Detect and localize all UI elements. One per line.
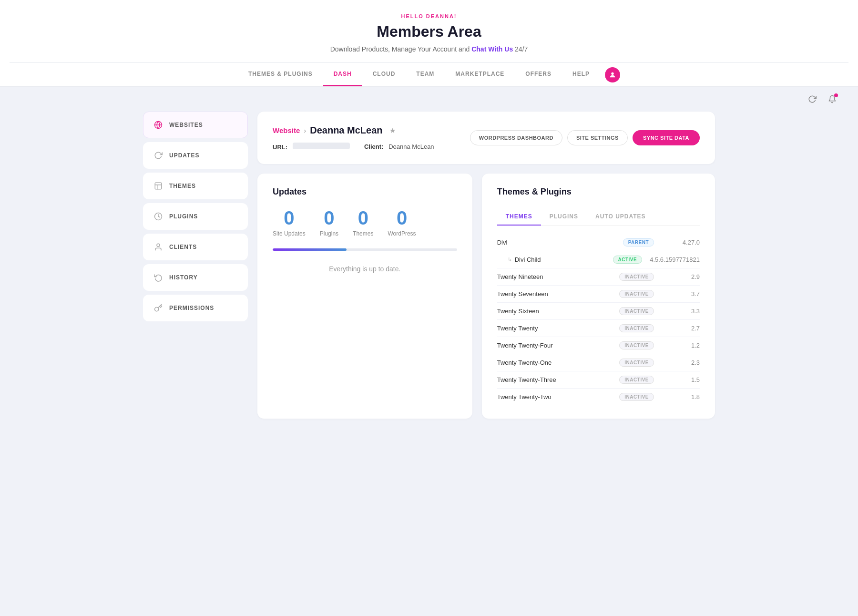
sidebar-item-history[interactable]: HISTORY — [143, 264, 248, 291]
theme-row-twenty-sixteen: Twenty Sixteen INACTIVE 3.3 — [497, 303, 700, 320]
badge-inactive-twenty-two: INACTIVE — [619, 393, 654, 401]
theme-name-twenty-nineteen: Twenty Nineteen — [497, 273, 620, 280]
site-name: Deanna McLean — [310, 125, 382, 136]
theme-name-divi: Divi — [497, 239, 623, 246]
theme-row-twenty-twenty-two: Twenty Twenty-Two INACTIVE 1.8 — [497, 389, 700, 405]
theme-version-twenty-twenty: 2.7 — [662, 325, 700, 332]
theme-name-twenty-twenty: Twenty Twenty — [497, 325, 620, 332]
refresh-icon — [153, 150, 163, 161]
url-value — [293, 143, 350, 149]
themes-plugins-title: Themes & Plugins — [497, 187, 700, 197]
updates-card: Updates 0 Site Updates 0 Plugins 0 Theme… — [257, 174, 472, 419]
avatar[interactable] — [605, 67, 620, 82]
badge-inactive-twenty-one: INACTIVE — [619, 359, 654, 367]
sidebar-label-updates: UPDATES — [169, 152, 199, 159]
nav-item-themes-plugins[interactable]: THEMES & PLUGINS — [238, 63, 323, 86]
notification-dot — [834, 93, 838, 97]
tab-themes[interactable]: THEMES — [497, 208, 541, 226]
nav-item-dash[interactable]: DASH — [323, 63, 362, 86]
main-layout: WEBSITES UPDATES THEMES — [124, 112, 734, 438]
tab-plugins[interactable]: PLUGINS — [541, 208, 587, 226]
updates-counters: 0 Site Updates 0 Plugins 0 Themes 0 Word… — [273, 208, 457, 237]
theme-version-twenty-seventeen: 3.7 — [662, 290, 700, 298]
up-to-date-status: Everything is up to date. — [273, 260, 457, 277]
badge-inactive-twenty: INACTIVE — [619, 324, 654, 332]
subtitle: Download Products, Manage Your Account a… — [10, 45, 848, 53]
breadcrumb-arrow: › — [304, 126, 306, 134]
badge-inactive-sixteen: INACTIVE — [619, 307, 654, 315]
hello-text: HELLO DEANNA! — [10, 13, 848, 19]
page-title: Members Area — [10, 23, 848, 41]
theme-version-twenty-twenty-three: 1.5 — [662, 376, 700, 383]
sidebar: WEBSITES UPDATES THEMES — [143, 112, 248, 419]
sync-site-data-button[interactable]: SYNC SITE DATA — [633, 130, 700, 145]
client-value: Deanna McLean — [388, 143, 434, 150]
key-icon — [153, 303, 163, 313]
badge-parent-divi: PARENT — [623, 238, 654, 246]
user-icon — [153, 242, 163, 252]
nav-item-offers[interactable]: OFFERS — [515, 63, 562, 86]
site-settings-button[interactable]: SITE SETTINGS — [567, 130, 628, 145]
sidebar-item-websites[interactable]: WEBSITES — [143, 112, 248, 138]
layout-icon — [153, 181, 163, 191]
theme-row-twenty-seventeen: Twenty Seventeen INACTIVE 3.7 — [497, 286, 700, 303]
sidebar-label-themes: THEMES — [169, 183, 196, 189]
star-icon[interactable]: ★ — [389, 126, 396, 135]
wordpress-dashboard-button[interactable]: WORDPRESS DASHBOARD — [470, 130, 562, 145]
theme-name-twenty-twenty-two: Twenty Twenty-Two — [497, 393, 620, 400]
refresh-icon[interactable] — [806, 92, 819, 106]
two-col: Updates 0 Site Updates 0 Plugins 0 Theme… — [257, 174, 715, 419]
theme-row-divi-child: ↳ Divi Child ACTIVE 4.5.6.1597771821 — [497, 251, 700, 268]
toolbar — [0, 87, 858, 112]
sidebar-label-clients: CLIENTS — [169, 244, 197, 250]
breadcrumb: Website › Deanna McLean ★ — [273, 125, 434, 136]
sidebar-item-permissions[interactable]: PERMISSIONS — [143, 295, 248, 321]
sidebar-item-clients[interactable]: CLIENTS — [143, 234, 248, 260]
site-meta: URL: Client: Deanna McLean — [273, 143, 434, 151]
progress-bar-fill — [273, 248, 347, 251]
svg-point-0 — [611, 72, 613, 74]
sidebar-label-plugins: PLUGINS — [169, 213, 198, 220]
theme-row-twenty-twenty-four: Twenty Twenty-Four INACTIVE 1.2 — [497, 337, 700, 354]
breadcrumb-link[interactable]: Website — [273, 126, 300, 134]
theme-version-twenty-twenty-four: 1.2 — [662, 342, 700, 349]
url-label: URL: — [273, 143, 350, 151]
nav-item-cloud[interactable]: CLOUD — [362, 63, 406, 86]
theme-name-twenty-twenty-three: Twenty Twenty-Three — [497, 376, 620, 383]
theme-name-twenty-twenty-four: Twenty Twenty-Four — [497, 342, 620, 349]
themes-tabs: THEMES PLUGINS AUTO UPDATES — [497, 208, 700, 226]
chat-link[interactable]: Chat With Us — [471, 45, 513, 53]
badge-inactive-seventeen: INACTIVE — [619, 290, 654, 298]
theme-row-twenty-twenty: Twenty Twenty INACTIVE 2.7 — [497, 320, 700, 337]
badge-inactive-nineteen: INACTIVE — [619, 273, 654, 281]
theme-version-twenty-sixteen: 3.3 — [662, 308, 700, 315]
theme-row-twenty-twenty-one: Twenty Twenty-One INACTIVE 2.3 — [497, 354, 700, 371]
plugins-icon — [153, 211, 163, 222]
nav-item-team[interactable]: TEAM — [406, 63, 445, 86]
history-icon — [153, 272, 163, 283]
counter-site-updates: 0 Site Updates — [273, 208, 306, 237]
indent-arrow: ↳ — [508, 257, 512, 263]
sidebar-item-themes[interactable]: THEMES — [143, 173, 248, 199]
client-info: Client: Deanna McLean — [364, 143, 434, 150]
nav-item-help[interactable]: HELP — [562, 63, 600, 86]
sidebar-item-plugins[interactable]: PLUGINS — [143, 203, 248, 230]
nav-item-marketplace[interactable]: MARKETPLACE — [445, 63, 515, 86]
sidebar-label-history: HISTORY — [169, 274, 198, 281]
themes-plugins-card: Themes & Plugins THEMES PLUGINS AUTO UPD… — [482, 174, 715, 419]
notifications-icon[interactable] — [826, 92, 839, 106]
theme-version-twenty-twenty-two: 1.8 — [662, 393, 700, 400]
theme-row-divi: Divi PARENT 4.27.0 — [497, 234, 700, 251]
theme-version-divi-child: 4.5.6.1597771821 — [650, 256, 700, 263]
sidebar-label-permissions: PERMISSIONS — [169, 305, 214, 311]
svg-rect-3 — [155, 183, 162, 189]
globe-icon — [153, 120, 163, 130]
badge-active-divi-child: ACTIVE — [613, 256, 643, 264]
site-actions: WORDPRESS DASHBOARD SITE SETTINGS SYNC S… — [470, 130, 700, 145]
sidebar-item-updates[interactable]: UPDATES — [143, 142, 248, 169]
badge-inactive-twenty-four: INACTIVE — [619, 341, 654, 349]
theme-row-twenty-nineteen: Twenty Nineteen INACTIVE 2.9 — [497, 268, 700, 286]
progress-bar-track — [273, 248, 457, 251]
theme-name-twenty-twenty-one: Twenty Twenty-One — [497, 359, 620, 366]
tab-auto-updates[interactable]: AUTO UPDATES — [587, 208, 654, 226]
